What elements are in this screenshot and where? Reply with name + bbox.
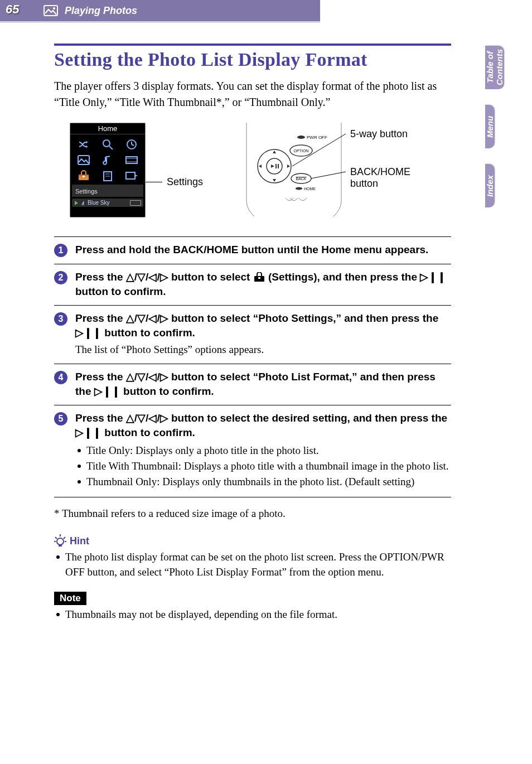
figures: Home Settings: [54, 123, 451, 223]
tab-menu[interactable]: Menu: [485, 105, 495, 148]
device-illustration: PWR OFF OPTION BACK HOME: [241, 123, 347, 216]
svg-line-3: [109, 146, 113, 149]
playlist-icon: [102, 170, 113, 181]
svg-point-25: [296, 187, 302, 190]
step-1: 1 Press and hold the BACK/HOME button un…: [54, 236, 451, 264]
svg-rect-17: [126, 172, 135, 179]
settings-inline-icon: [253, 272, 265, 282]
callout-line: [146, 182, 162, 182]
svg-point-18: [297, 136, 305, 139]
step-note: The list of “Photo Settings” options app…: [75, 342, 451, 357]
step-5: 5 Press the △/▽/◁/▷ button to select the…: [54, 405, 451, 497]
step-head: Press and hold the BACK/HOME button unti…: [75, 243, 451, 257]
callout-backhome: BACK/HOME button: [350, 166, 410, 190]
home-label: HOME: [304, 187, 316, 191]
intro-text: The player offers 3 display formats. You…: [54, 78, 451, 110]
back-label: BACK: [296, 177, 307, 181]
page-title: Setting the Photo List Display Format: [54, 49, 451, 70]
play-glyph: ▷❙❙: [75, 427, 101, 438]
step-badge: 4: [54, 371, 67, 384]
pwr-off-label: PWR OFF: [307, 135, 327, 140]
dpad-glyph: △/▽/◁/▷: [126, 371, 168, 383]
hint-label: Hint: [70, 535, 89, 547]
svg-point-30: [57, 538, 64, 545]
svg-point-1: [53, 7, 55, 9]
bullet-item: Title With Thumbnail: Displays a photo t…: [75, 459, 451, 473]
step-badge: 2: [54, 271, 67, 284]
step-head: Press the △/▽/◁/▷ button to select “Phot…: [75, 370, 451, 398]
settings-toolbox-icon: [78, 170, 90, 181]
title-rule: [54, 43, 451, 46]
note-label: Note: [54, 592, 86, 605]
selected-item-label: Settings: [72, 185, 143, 197]
play-glyph: ▷❙❙: [420, 271, 446, 283]
hint-item: The photo list display format can be set…: [54, 550, 451, 579]
hint-list: The photo list display format can be set…: [54, 550, 451, 579]
svg-rect-7: [78, 156, 89, 165]
step-2: 2 Press the △/▽/◁/▷ button to select (Se…: [54, 264, 451, 305]
svg-rect-8: [126, 157, 137, 163]
shuffle-icon: [78, 139, 90, 149]
step-head: Press the △/▽/◁/▷ button to select “Phot…: [75, 311, 451, 340]
photo-icon: [43, 5, 58, 16]
dpad-glyph: △/▽/◁/▷: [126, 412, 168, 424]
note-tiny-icon: [81, 201, 85, 205]
content: Setting the Photo List Display Format Th…: [54, 43, 451, 622]
play-glyph: ▷❙❙: [75, 327, 101, 339]
photo-small-icon: [78, 155, 90, 165]
search-icon: [102, 139, 113, 150]
tab-index[interactable]: Index: [485, 164, 495, 207]
page-number: 65: [6, 2, 19, 17]
svg-line-6: [132, 144, 134, 146]
svg-rect-13: [83, 176, 85, 177]
side-tabs: Table of Contents Menu Index: [485, 46, 532, 223]
header-bar: 65 Playing Photos: [0, 0, 320, 21]
step-badge: 5: [54, 412, 67, 425]
callout-5way: 5-way button: [350, 128, 408, 140]
now-playing-bar: Blue Sky: [72, 199, 143, 207]
screen-title: Home: [70, 123, 145, 134]
page: 65 Playing Photos Table of Contents Menu…: [0, 0, 532, 764]
step-bullets: Title Only: Displays only a photo title …: [75, 443, 451, 490]
dpad-glyph: △/▽/◁/▷: [126, 271, 168, 283]
svg-rect-31: [59, 545, 62, 547]
step-badge: 3: [54, 312, 67, 326]
play-glyph: ▷❙❙: [94, 385, 120, 397]
svg-line-33: [55, 537, 57, 539]
step-badge: 1: [54, 244, 67, 257]
play-tiny-icon: [74, 201, 79, 205]
section-title: Playing Photos: [65, 5, 137, 17]
step-head: Press the △/▽/◁/▷ button to select the d…: [75, 411, 451, 439]
tab-toc[interactable]: Table of Contents: [485, 46, 504, 89]
svg-rect-22: [275, 164, 277, 168]
music-icon: [103, 154, 113, 166]
home-screen: Home Settings: [70, 123, 146, 217]
header-shadow: [0, 21, 320, 23]
svg-line-27: [311, 172, 346, 178]
bullet-item: Thumbnail Only: Displays only thumbnails…: [75, 475, 451, 489]
nowplaying-icon: [125, 171, 138, 181]
svg-line-34: [64, 537, 65, 539]
svg-point-2: [103, 140, 110, 147]
bullet-item: Title Only: Displays only a photo title …: [75, 443, 451, 458]
step-3: 3 Press the △/▽/◁/▷ button to select “Ph…: [54, 305, 451, 364]
footnote: * Thumbnail refers to a reduced size ima…: [54, 507, 451, 520]
svg-rect-29: [258, 277, 260, 279]
dpad-glyph: △/▽/◁/▷: [126, 312, 168, 324]
step-head: Press the △/▽/◁/▷ button to select (Sett…: [75, 270, 451, 298]
option-label: OPTION: [294, 149, 309, 153]
battery-icon: [130, 200, 141, 206]
step-4: 4 Press the △/▽/◁/▷ button to select “Ph…: [54, 364, 451, 405]
hint-header: Hint: [54, 534, 451, 548]
steps: 1 Press and hold the BACK/HOME button un…: [54, 236, 451, 497]
note-list: Thumbnails may not be displayed, dependi…: [54, 607, 451, 622]
callout-settings: Settings: [167, 176, 203, 188]
svg-rect-23: [278, 164, 279, 168]
video-icon: [125, 155, 138, 165]
hint-bulb-icon: [54, 534, 66, 548]
note-item: Thumbnails may not be displayed, dependi…: [54, 607, 451, 622]
clock-icon: [126, 139, 137, 150]
